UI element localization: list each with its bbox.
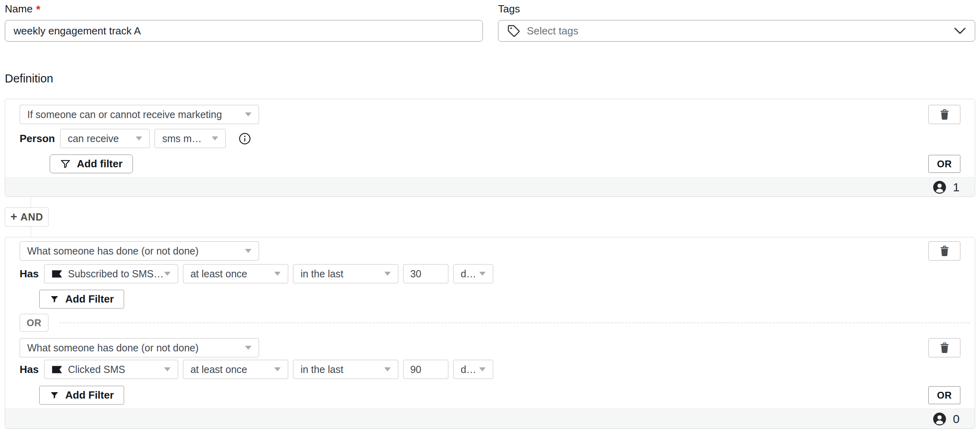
days-value-input-1[interactable]	[403, 264, 448, 283]
channel-select[interactable]: sms marketing	[155, 129, 226, 148]
has-label: Has	[20, 363, 39, 376]
tags-label-text: Tags	[498, 3, 520, 15]
required-asterisk: *	[36, 4, 40, 16]
group2-condition2-select[interactable]: What someone has done (or not done)	[20, 338, 259, 357]
top-form-row: Name * Tags Select tags	[5, 2, 975, 42]
timeframe-value-1: in the last	[301, 268, 343, 280]
dropdown-caret-icon	[245, 249, 251, 253]
add-and-button[interactable]: + AND	[5, 207, 49, 227]
group2-condition2-value: What someone has done (or not done)	[27, 342, 199, 354]
person-count-icon	[933, 412, 946, 426]
group1-member-count: 1	[953, 180, 960, 194]
group1-add-filter-label: Add filter	[77, 158, 122, 170]
group1-condition-value: If someone can or cannot receive marketi…	[27, 109, 222, 120]
condition-group-2: What someone has done (or not done) Has	[5, 237, 975, 429]
frequency-select-1[interactable]: at least once	[183, 264, 288, 283]
group2-add-filter-button-2[interactable]: Add Filter	[39, 386, 124, 405]
dropdown-caret-icon	[245, 112, 251, 116]
funnel-filled-icon	[50, 391, 59, 400]
metric-flag-icon	[52, 270, 62, 278]
unit-value-2: days	[461, 364, 479, 375]
group1-person-row: Person can receive sms marketing	[5, 129, 975, 148]
group1-condition-select[interactable]: If someone can or cannot receive marketi…	[20, 105, 259, 124]
timeframe-select-2[interactable]: in the last	[293, 360, 398, 379]
name-label: Name *	[5, 3, 483, 14]
group2-condition1-value: What someone has done (or not done)	[27, 245, 199, 257]
info-icon[interactable]	[239, 132, 251, 145]
consent-op-value: can receive	[68, 133, 119, 144]
group2-or-divider: OR	[5, 314, 975, 332]
has-label: Has	[20, 268, 39, 280]
plus-icon: +	[10, 210, 18, 223]
group2-has-row-1: Has Subscribed to SMS Mar... at least on…	[5, 264, 975, 283]
group2-actions-row: Add Filter OR	[5, 386, 975, 405]
unit-select-1[interactable]: days	[453, 264, 493, 283]
metric-value-2: Clicked SMS	[68, 364, 125, 375]
dropdown-caret-icon	[136, 136, 142, 140]
dropdown-caret-icon	[212, 136, 218, 140]
group2-condition1-row: What someone has done (or not done)	[5, 241, 975, 261]
person-count-icon	[933, 180, 946, 194]
definition-heading: Definition	[5, 72, 975, 85]
trash-icon	[940, 109, 949, 120]
metric-flag-icon	[52, 365, 62, 374]
group2-condition2-delete-button[interactable]	[928, 338, 960, 357]
unit-select-2[interactable]: days	[453, 360, 493, 379]
group1-footer: 1	[5, 177, 975, 196]
dropdown-caret-icon	[274, 272, 281, 276]
consent-op-select[interactable]: can receive	[60, 129, 150, 148]
frequency-select-2[interactable]: at least once	[183, 360, 288, 379]
group2-add-filter-label-1: Add Filter	[65, 293, 114, 305]
group1-actions-row: Add filter OR	[5, 154, 975, 173]
dropdown-caret-icon	[164, 272, 171, 276]
group2-or-left-button[interactable]: OR	[20, 314, 48, 332]
group1-or-button[interactable]: OR	[928, 155, 960, 173]
group2-or-right-label: OR	[937, 390, 952, 401]
group2-add-filter-row-1: Add Filter	[5, 290, 975, 309]
funnel-filled-icon	[50, 295, 59, 304]
dropdown-caret-icon	[164, 367, 171, 371]
metric-value-1: Subscribed to SMS Mar...	[68, 268, 164, 280]
group2-condition1-select[interactable]: What someone has done (or not done)	[20, 241, 259, 261]
group2-add-filter-label-2: Add Filter	[65, 389, 114, 401]
tags-field-group: Tags Select tags	[498, 2, 975, 42]
person-label: Person	[20, 132, 55, 145]
dropdown-caret-icon	[384, 272, 391, 276]
unit-value-1: days	[461, 268, 479, 280]
tags-select[interactable]: Select tags	[498, 20, 975, 42]
tag-icon	[507, 24, 520, 37]
group1-condition-row: If someone can or cannot receive marketi…	[5, 105, 975, 124]
group2-has-row-2: Has Clicked SMS at least once in the las…	[5, 360, 975, 379]
dropdown-caret-icon	[479, 367, 486, 371]
name-input[interactable]	[5, 20, 483, 42]
dropdown-caret-icon	[245, 346, 251, 350]
timeframe-value-2: in the last	[301, 364, 343, 375]
days-value-input-2[interactable]	[403, 360, 448, 379]
group2-condition2-row: What someone has done (or not done)	[5, 338, 975, 357]
condition-group-1: If someone can or cannot receive marketi…	[5, 99, 975, 197]
metric-select-2[interactable]: Clicked SMS	[44, 360, 178, 379]
group2-or-right-button[interactable]: OR	[928, 386, 960, 404]
tags-label: Tags	[498, 3, 975, 14]
segment-builder-page: Name * Tags Select tags	[0, 0, 980, 429]
tags-placeholder: Select tags	[527, 25, 578, 37]
name-field-group: Name *	[5, 2, 483, 42]
dropdown-caret-icon	[274, 367, 281, 371]
metric-select-1[interactable]: Subscribed to SMS Mar...	[44, 264, 178, 283]
group2-add-filter-button-1[interactable]: Add Filter	[39, 290, 124, 309]
dropdown-caret-icon	[384, 367, 391, 371]
and-connector-row: + AND	[5, 197, 975, 237]
funnel-icon	[60, 158, 71, 169]
trash-icon	[940, 343, 949, 353]
group2-member-count: 0	[953, 412, 960, 426]
group2-footer: 0	[5, 409, 975, 429]
name-label-text: Name	[5, 3, 32, 15]
group1-delete-button[interactable]	[928, 105, 960, 124]
chevron-down-icon	[954, 27, 966, 34]
timeframe-select-1[interactable]: in the last	[293, 264, 398, 283]
group2-condition1-delete-button[interactable]	[928, 241, 960, 261]
group1-or-label: OR	[937, 158, 952, 170]
frequency-value-1: at least once	[191, 268, 247, 280]
group2-or-left-label: OR	[27, 317, 42, 329]
group1-add-filter-button[interactable]: Add filter	[50, 154, 133, 173]
